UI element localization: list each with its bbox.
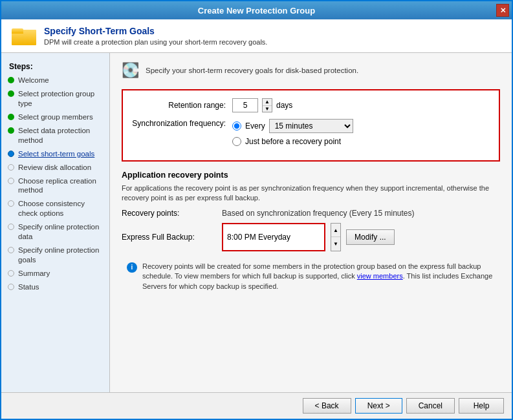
window-title: Create New Protection Group — [198, 6, 315, 16]
info-box: i Recovery points will be created for so… — [122, 257, 500, 297]
sync-frequency-row: Synchronization frequency: Every 5 minut… — [132, 119, 490, 146]
sidebar-label-review-disk: Review disk allocation — [18, 163, 91, 173]
form-section: Retention range: ▲ ▼ days Synchroniza — [122, 89, 500, 162]
main-window: Create New Protection Group ✕ Specify Sh… — [0, 0, 513, 420]
disk-icon: 💽 — [122, 62, 139, 79]
sidebar-item-status[interactable]: Status — [1, 280, 109, 294]
just-before-radio-row: Just before a recovery point — [232, 137, 353, 146]
dot-short-term-goals — [8, 151, 14, 157]
page-subtitle: DPM will create a protection plan using … — [44, 38, 267, 46]
spinner-down[interactable]: ▼ — [263, 106, 272, 112]
sidebar-item-summary[interactable]: Summary — [1, 267, 109, 280]
recovery-points-label: Recovery points: — [122, 209, 215, 218]
dot-group-members — [8, 114, 14, 120]
sidebar-item-data-protection[interactable]: Select data protection method — [1, 124, 109, 147]
sidebar: Steps: Welcome Select protection group t… — [1, 53, 110, 392]
frequency-select[interactable]: 5 minutes 15 minutes 30 minutes 1 hour 2… — [269, 119, 353, 133]
sync-frequency-label-text: Synchronization frequency: — [132, 119, 226, 128]
every-radio[interactable] — [232, 121, 241, 131]
express-scroll-down[interactable]: ▼ — [331, 237, 340, 251]
close-button[interactable]: ✕ — [496, 4, 509, 17]
sidebar-label-data-protection: Select data protection method — [18, 126, 104, 145]
express-scroll-buttons[interactable]: ▲ ▼ — [331, 223, 341, 251]
info-text-container: Recovery points will be created for some… — [142, 262, 495, 291]
retention-label: Retention range: — [132, 101, 226, 110]
sidebar-item-online-protection-data[interactable]: Specify online protection data — [1, 220, 109, 244]
next-button[interactable]: Next > — [355, 398, 402, 414]
info-icon: i — [127, 262, 137, 273]
dot-protection-group-type — [8, 90, 14, 97]
dot-replica-creation — [8, 178, 14, 184]
express-backup-box: 8:00 PM Everyday — [222, 223, 325, 251]
sidebar-label-consistency-check: Choose consistency check options — [18, 199, 104, 218]
just-before-label: Just before a recovery point — [245, 137, 341, 146]
app-recovery-desc: For applications the recovery point is a… — [122, 184, 500, 204]
sync-frequency-label: Synchronization frequency: — [132, 119, 226, 128]
sidebar-label-online-protection-goals: Specify online protection goals — [18, 246, 104, 265]
every-radio-row: Every 5 minutes 15 minutes 30 minutes 1 … — [232, 119, 353, 133]
help-button[interactable]: Help — [459, 398, 504, 414]
express-backup-group: 8:00 PM Everyday ▲ ▼ Modify ... — [222, 223, 395, 251]
dot-status — [8, 284, 14, 290]
dot-online-protection-data — [8, 224, 14, 230]
cancel-button[interactable]: Cancel — [406, 398, 455, 414]
title-bar: Create New Protection Group ✕ — [1, 1, 512, 19]
sidebar-item-consistency-check[interactable]: Choose consistency check options — [1, 197, 109, 220]
sidebar-item-welcome[interactable]: Welcome — [1, 74, 109, 87]
disk-header-text: Specify your short-term recovery goals f… — [146, 67, 358, 74]
dot-online-protection-goals — [8, 247, 14, 253]
express-scroll-up[interactable]: ▲ — [331, 224, 340, 238]
sidebar-label-online-protection-data: Specify online protection data — [18, 222, 104, 242]
sidebar-item-replica-creation[interactable]: Choose replica creation method — [1, 174, 109, 198]
sidebar-label-short-term-goals: Select short-term goals — [18, 149, 94, 159]
dot-consistency-check — [8, 200, 14, 207]
sidebar-item-review-disk[interactable]: Review disk allocation — [1, 161, 109, 174]
days-label: days — [276, 101, 292, 110]
dot-welcome — [8, 77, 14, 83]
recovery-points-value: Based on synchronization frequency (Ever… — [222, 209, 415, 218]
every-label: Every — [245, 121, 265, 131]
dot-summary — [8, 270, 14, 277]
sidebar-label-summary: Summary — [18, 269, 50, 278]
express-backup-row: Express Full Backup: 8:00 PM Everyday ▲ … — [122, 223, 500, 251]
main-content: Steps: Welcome Select protection group t… — [1, 53, 512, 392]
sidebar-label-group-members: Select group members — [18, 112, 93, 122]
disk-header: 💽 Specify your short-term recovery goals… — [122, 62, 500, 79]
spinner-up[interactable]: ▲ — [263, 99, 272, 106]
view-members-link[interactable]: view members — [357, 272, 403, 280]
express-backup-value: 8:00 PM Everyday — [227, 233, 290, 242]
express-backup-label: Express Full Backup: — [122, 233, 215, 242]
retention-label-text: Retention range: — [168, 101, 226, 110]
sidebar-item-group-members[interactable]: Select group members — [1, 110, 109, 124]
back-button[interactable]: < Back — [303, 398, 351, 414]
sidebar-label-protection-group-type: Select protection group type — [18, 89, 104, 109]
just-before-radio[interactable] — [232, 137, 241, 146]
sidebar-item-short-term-goals[interactable]: Select short-term goals — [1, 147, 109, 161]
app-recovery-title: Application recovery points — [122, 171, 500, 180]
dot-data-protection — [8, 127, 14, 134]
sidebar-item-online-protection-goals[interactable]: Specify online protection goals — [1, 244, 109, 267]
dot-review-disk — [8, 164, 14, 171]
sidebar-label-status: Status — [18, 282, 39, 292]
recovery-points-row: Recovery points: Based on synchronizatio… — [122, 209, 500, 218]
sidebar-label-welcome: Welcome — [18, 76, 49, 85]
sidebar-item-protection-group-type[interactable]: Select protection group type — [1, 87, 109, 110]
retention-spinner[interactable]: ▲ ▼ — [262, 98, 272, 112]
page-title: Specify Short-Term Goals — [44, 26, 267, 36]
header-section: Specify Short-Term Goals DPM will create… — [1, 19, 512, 53]
retention-row: Retention range: ▲ ▼ days — [132, 98, 490, 112]
sync-frequency-options: Every 5 minutes 15 minutes 30 minutes 1 … — [232, 119, 353, 146]
footer: < Back Next > Cancel Help — [1, 392, 512, 419]
modify-button[interactable]: Modify ... — [346, 229, 395, 245]
header-text: Specify Short-Term Goals DPM will create… — [44, 26, 267, 46]
folder-icon — [12, 26, 36, 45]
content-area: 💽 Specify your short-term recovery goals… — [110, 53, 512, 392]
retention-input-group: ▲ ▼ days — [232, 98, 292, 112]
app-recovery-section: Application recovery points For applicat… — [122, 171, 500, 297]
sidebar-title: Steps: — [1, 59, 109, 74]
retention-value-input[interactable] — [232, 98, 258, 112]
sidebar-label-replica-creation: Choose replica creation method — [18, 176, 104, 196]
